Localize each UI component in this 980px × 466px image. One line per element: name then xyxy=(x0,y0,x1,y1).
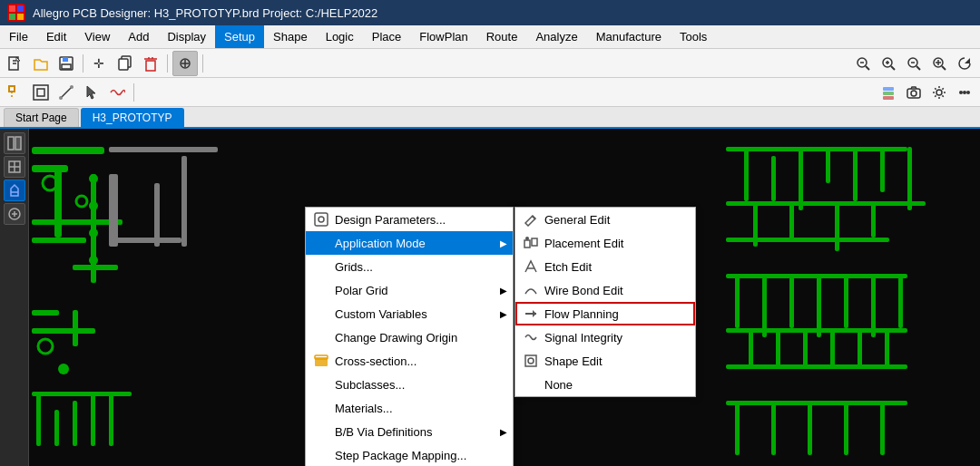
shape-edit-label: Shape Edit xyxy=(544,354,603,368)
left-btn-2[interactable] xyxy=(4,156,25,178)
shape-edit-icon xyxy=(523,353,539,369)
cross-section-label: Cross-section... xyxy=(335,354,416,368)
svg-point-48 xyxy=(959,91,963,94)
toolbar-sep-1 xyxy=(83,54,83,73)
drawing-origin-label: Change Drawing Origin xyxy=(335,331,457,345)
menu-flow-planning[interactable]: Flow Planning xyxy=(515,302,695,325)
menu-display[interactable]: Display xyxy=(158,25,215,48)
menu-bb-via[interactable]: B/B Via Definitions ▶ xyxy=(306,420,513,443)
menu-add[interactable]: Add xyxy=(119,25,158,48)
menu-tools[interactable]: Tools xyxy=(671,25,716,48)
toolbar-1: ✛ xyxy=(0,49,980,78)
setup-menu: Design Parameters... Application Mode ▶ … xyxy=(305,207,514,466)
svg-rect-2 xyxy=(9,14,15,20)
open-button[interactable] xyxy=(29,52,53,75)
menu-none[interactable]: None xyxy=(515,373,695,396)
grid-btn[interactable] xyxy=(29,81,53,104)
menu-manufacture[interactable]: Manufacture xyxy=(587,25,671,48)
menu-setup[interactable]: Setup xyxy=(215,25,264,48)
app-mode-label: Application Mode xyxy=(335,237,426,250)
svg-line-25 xyxy=(891,66,895,70)
svg-point-64 xyxy=(89,256,98,265)
zoom-out[interactable] xyxy=(902,52,926,75)
materials-icon xyxy=(313,400,329,416)
menu-placement-edit[interactable]: Placement Edit xyxy=(515,231,695,255)
zoom-menu[interactable] xyxy=(851,52,875,75)
menu-flowplan[interactable]: FlowPlan xyxy=(410,25,476,48)
main-content: Design Parameters... Application Mode ▶ … xyxy=(0,129,980,466)
flow-planning-label: Flow Planning xyxy=(544,307,619,321)
menu-bar: File Edit View Add Display Setup Shape L… xyxy=(0,25,980,49)
delete-button[interactable] xyxy=(139,52,162,75)
menu-cross-section[interactable]: Cross-section... xyxy=(306,349,513,373)
svg-rect-36 xyxy=(9,86,15,92)
menu-place[interactable]: Place xyxy=(363,25,411,48)
menu-materials[interactable]: Materials... xyxy=(306,396,513,420)
cursor-btn[interactable] xyxy=(80,81,103,104)
menu-drawing-origin[interactable]: Change Drawing Origin xyxy=(306,325,513,349)
menu-design-params[interactable]: Design Parameters... xyxy=(306,208,513,231)
measure-btn[interactable] xyxy=(54,81,78,104)
polar-grid-arrow: ▶ xyxy=(500,286,507,296)
svg-rect-113 xyxy=(771,401,776,455)
move-button[interactable]: ✛ xyxy=(88,52,112,75)
menu-route[interactable]: Route xyxy=(477,25,527,48)
svg-rect-99 xyxy=(817,274,821,337)
flow-planning-icon xyxy=(523,306,539,322)
menu-grids[interactable]: Grids... xyxy=(306,255,513,278)
left-btn-1[interactable] xyxy=(4,132,25,154)
window-title: Allegro PCB Designer: H3_PROTOTYP.brd Pr… xyxy=(33,6,377,20)
svg-rect-76 xyxy=(109,147,218,152)
zoom-fit[interactable] xyxy=(172,51,198,76)
left-btn-4[interactable] xyxy=(4,203,25,225)
menu-custom-vars[interactable]: Custom Variables ▶ xyxy=(306,302,513,325)
menu-wire-bond[interactable]: Wire Bond Edit xyxy=(515,278,695,302)
zoom-all[interactable] xyxy=(927,52,951,75)
menu-edit[interactable]: Edit xyxy=(37,25,75,48)
menu-view[interactable]: View xyxy=(75,25,119,48)
new-button[interactable] xyxy=(4,52,27,75)
app-mode-arrow: ▶ xyxy=(500,238,507,248)
menu-analyze[interactable]: Analyze xyxy=(526,25,586,48)
zoom-in[interactable] xyxy=(877,52,900,75)
menu-app-mode[interactable]: Application Mode ▶ xyxy=(306,231,513,255)
tab-startpage[interactable]: Start Page xyxy=(4,108,79,127)
menu-logic[interactable]: Logic xyxy=(317,25,363,48)
menu-shape-edit[interactable]: Shape Edit xyxy=(515,349,695,373)
settings-btn[interactable] xyxy=(927,81,951,104)
menu-subclasses[interactable]: Subclasses... xyxy=(306,373,513,396)
step-pkg-icon xyxy=(313,447,329,463)
tab-h3prototyp[interactable]: H3_PROTOTYP xyxy=(81,108,184,127)
menu-etch-edit[interactable]: Etch Edit xyxy=(515,255,695,278)
svg-rect-3 xyxy=(17,14,24,20)
extra-btn[interactable] xyxy=(953,81,976,104)
svg-rect-92 xyxy=(789,201,794,242)
svg-rect-105 xyxy=(749,328,753,369)
menu-file[interactable]: File xyxy=(0,25,37,48)
svg-rect-72 xyxy=(54,410,59,446)
step-pkg-label: Step Package Mapping... xyxy=(335,449,466,462)
svg-point-138 xyxy=(528,358,534,364)
tab-bar: Start Page H3_PROTOTYP xyxy=(0,107,980,129)
menu-polar-grid[interactable]: Polar Grid ▶ xyxy=(306,278,513,302)
menu-shape[interactable]: Shape xyxy=(264,25,317,48)
snap-btn[interactable] xyxy=(4,81,27,104)
svg-rect-43 xyxy=(883,92,894,95)
menu-step-pkg[interactable]: Step Package Mapping... xyxy=(306,443,513,466)
toolbar-sep-2 xyxy=(167,54,168,73)
wave-btn[interactable] xyxy=(105,81,129,104)
bb-via-icon xyxy=(313,423,329,440)
save-button[interactable] xyxy=(54,52,78,75)
cross-section-icon xyxy=(313,353,329,369)
camera-btn[interactable] xyxy=(902,81,926,104)
layer-btn[interactable] xyxy=(877,81,900,104)
menu-general-edit[interactable]: General Edit xyxy=(515,208,695,231)
svg-point-47 xyxy=(936,90,942,95)
svg-rect-126 xyxy=(315,213,328,226)
none-label: None xyxy=(544,378,573,392)
svg-rect-110 xyxy=(885,328,889,369)
left-btn-3[interactable] xyxy=(4,180,25,201)
refresh[interactable] xyxy=(953,52,976,75)
menu-signal-integrity[interactable]: Signal Integrity xyxy=(515,325,695,349)
copy-button[interactable] xyxy=(113,52,137,75)
